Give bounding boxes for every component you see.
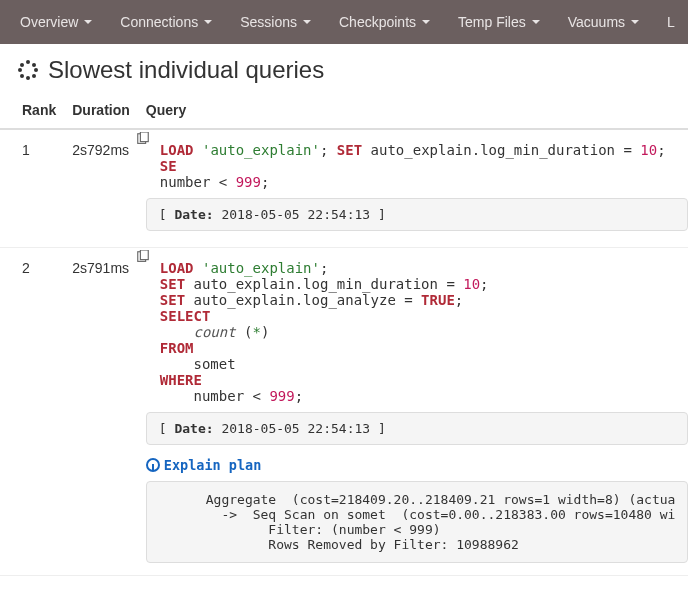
spinner-icon	[18, 60, 38, 80]
explain-plan-link[interactable]: Explain plan	[146, 457, 688, 473]
col-rank: Rank	[0, 92, 64, 129]
table-row: 22s791msLOAD 'auto_explain'; SET auto_ex…	[0, 248, 688, 576]
query-cell: LOAD 'auto_explain'; SET auto_explain.lo…	[138, 129, 688, 248]
explain-plan-box: Aggregate (cost=218409.20..218409.21 row…	[146, 481, 688, 563]
nav-partial[interactable]: L	[653, 2, 688, 42]
duration-cell: 2s791ms	[64, 248, 138, 576]
svg-rect-1	[140, 132, 148, 142]
copy-icon[interactable]	[136, 132, 150, 146]
svg-rect-3	[140, 250, 148, 260]
sql-text: LOAD 'auto_explain'; SET auto_explain.lo…	[160, 142, 688, 190]
chevron-down-icon	[532, 20, 540, 24]
queries-table: Rank Duration Query 12s792msLOAD 'auto_e…	[0, 92, 688, 576]
col-duration: Duration	[64, 92, 138, 129]
table-header-row: Rank Duration Query	[0, 92, 688, 129]
nav-checkpoints[interactable]: Checkpoints	[325, 2, 444, 42]
nav-temp-files[interactable]: Temp Files	[444, 2, 554, 42]
sql-text: LOAD 'auto_explain'; SET auto_explain.lo…	[160, 260, 688, 404]
nav-overview[interactable]: Overview	[6, 2, 106, 42]
duration-cell: 2s792ms	[64, 129, 138, 248]
chevron-down-icon	[204, 20, 212, 24]
nav-vacuums[interactable]: Vacuums	[554, 2, 653, 42]
chevron-down-icon	[422, 20, 430, 24]
date-box: [ Date: 2018-05-05 22:54:13 ]	[146, 198, 688, 231]
navbar: Overview Connections Sessions Checkpoint…	[0, 0, 688, 44]
rank-cell: 1	[0, 129, 64, 248]
copy-icon[interactable]	[136, 250, 150, 264]
query-cell: LOAD 'auto_explain'; SET auto_explain.lo…	[138, 248, 688, 576]
nav-connections[interactable]: Connections	[106, 2, 226, 42]
chevron-down-icon	[84, 20, 92, 24]
rank-cell: 2	[0, 248, 64, 576]
chevron-down-icon	[303, 20, 311, 24]
target-icon	[146, 458, 160, 472]
date-box: [ Date: 2018-05-05 22:54:13 ]	[146, 412, 688, 445]
col-query: Query	[138, 92, 688, 129]
chevron-down-icon	[631, 20, 639, 24]
table-row: 12s792msLOAD 'auto_explain'; SET auto_ex…	[0, 129, 688, 248]
nav-sessions[interactable]: Sessions	[226, 2, 325, 42]
page-title: Slowest individual queries	[0, 44, 688, 92]
